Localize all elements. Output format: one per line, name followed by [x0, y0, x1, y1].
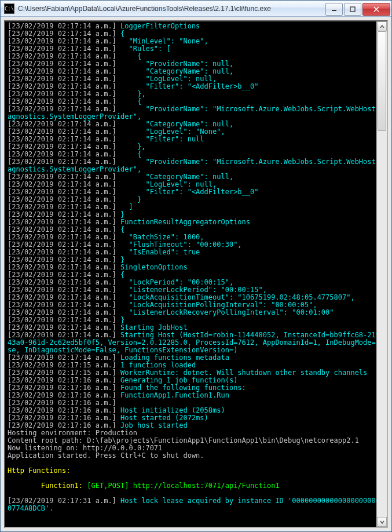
minimize-button[interactable]	[325, 3, 343, 16]
scroll-up-button[interactable]	[377, 21, 387, 31]
window-title: C:\Users\Fabian\AppData\Local\AzureFunct…	[18, 5, 324, 13]
close-button[interactable]	[362, 3, 390, 16]
vertical-scrollbar[interactable]	[376, 21, 387, 527]
console-output[interactable]: [23/02/2019 02:17:14 a.m.] LoggerFilterO…	[5, 21, 376, 527]
chevron-up-icon	[380, 24, 384, 29]
maximize-icon	[350, 6, 356, 12]
titlebar[interactable]: C:\ C:\Users\Fabian\AppData\Local\AzureF…	[1, 1, 391, 17]
console-frame: [23/02/2019 02:17:14 a.m.] LoggerFilterO…	[4, 20, 388, 528]
scroll-down-button[interactable]	[377, 517, 387, 527]
chevron-down-icon	[380, 520, 384, 524]
scrollbar-track[interactable]	[377, 31, 387, 517]
svg-rect-1	[350, 7, 355, 12]
client-area: [23/02/2019 02:17:14 a.m.] LoggerFilterO…	[1, 17, 391, 531]
app-window: C:\ C:\Users\Fabian\AppData\Local\AzureF…	[0, 0, 392, 532]
scrollbar-thumb[interactable]	[378, 31, 386, 131]
window-buttons	[324, 3, 390, 14]
minimize-icon	[331, 6, 337, 12]
app-icon: C:\	[4, 3, 14, 14]
maximize-button[interactable]	[344, 3, 361, 16]
close-icon	[373, 6, 379, 12]
